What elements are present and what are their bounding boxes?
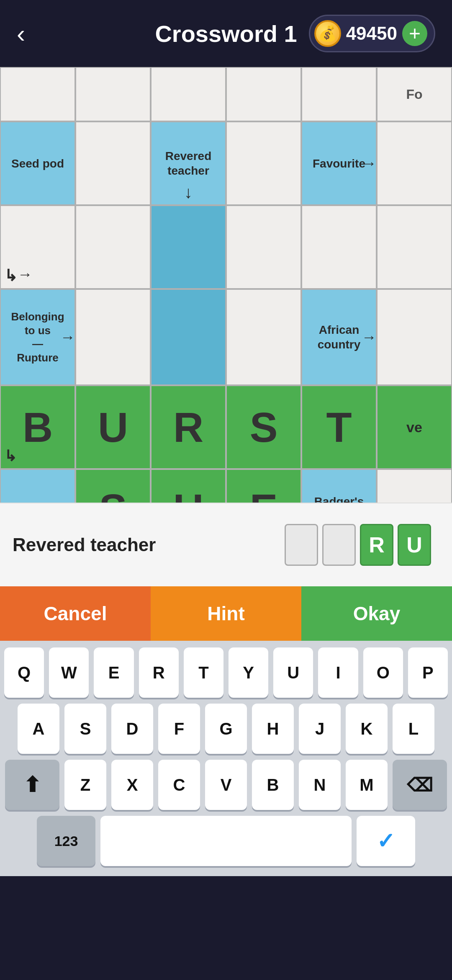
cell-5-5[interactable] (377, 469, 452, 503)
answer-box-4[interactable]: U (398, 524, 431, 566)
cell-0-2[interactable] (151, 67, 226, 121)
key-A[interactable]: A (18, 704, 59, 754)
cell-0-5[interactable]: Fo (377, 67, 452, 121)
key-R[interactable]: R (139, 647, 179, 698)
hint-button[interactable]: Hint (151, 586, 301, 641)
cell-1-3[interactable] (226, 121, 301, 205)
key-C[interactable]: C (158, 760, 200, 810)
letter-T: T (326, 403, 352, 451)
key-G[interactable]: G (205, 704, 247, 754)
cell-4-5[interactable]: ve (377, 385, 452, 469)
cell-2-2[interactable] (151, 205, 226, 289)
coin-badge: 💰 49450 + (309, 15, 435, 52)
grid-row-2: ↳ → (0, 205, 452, 289)
cell-1-2[interactable]: Reveredteacher ↓ (151, 121, 226, 205)
cell-3-0[interactable]: Belongingto us—Rupture → (0, 289, 75, 385)
key-M[interactable]: M (346, 760, 388, 810)
cell-5-4[interactable]: Badger'sburrow → (301, 469, 377, 503)
cell-0-1[interactable] (75, 67, 151, 121)
key-H[interactable]: H (252, 704, 294, 754)
grid-row-5: Prosecute → S U E Badger'sburrow → (0, 469, 452, 503)
cell-1-0[interactable]: Seed pod (0, 121, 75, 205)
corner-arrow-icon: ↳ (4, 447, 17, 465)
cancel-button[interactable]: Cancel (0, 586, 151, 641)
letter-R: R (173, 403, 203, 451)
answer-input-boxes: R U (285, 524, 431, 566)
cell-3-4[interactable]: Africancountry → (301, 289, 377, 385)
cell-0-3[interactable] (226, 67, 301, 121)
grid-row-4: B ↳ U R S T ve (0, 385, 452, 469)
key-X[interactable]: X (111, 760, 153, 810)
key-O[interactable]: O (363, 647, 403, 698)
answer-box-2[interactable] (322, 524, 356, 566)
cell-5-1[interactable]: S (75, 469, 151, 503)
key-Z[interactable]: Z (64, 760, 106, 810)
answer-box-1[interactable] (285, 524, 318, 566)
cell-2-0[interactable]: ↳ → (0, 205, 75, 289)
cell-5-3[interactable]: E (226, 469, 301, 503)
cell-4-1[interactable]: U (75, 385, 151, 469)
key-E[interactable]: E (94, 647, 134, 698)
clue-bar: Revered teacher R U (0, 503, 452, 586)
answer-box-3[interactable]: R (360, 524, 393, 566)
grid-row-1: Seed pod Reveredteacher ↓ Favourite → (0, 121, 452, 205)
right-cont-arrow: → (18, 266, 33, 283)
key-W[interactable]: W (49, 647, 89, 698)
letter-E: E (250, 485, 278, 503)
key-P[interactable]: P (408, 647, 448, 698)
key-V[interactable]: V (205, 760, 247, 810)
right-arrow-3-icon: → (362, 328, 377, 346)
cell-4-2[interactable]: R (151, 385, 226, 469)
key-B[interactable]: B (252, 760, 294, 810)
cell-2-4[interactable] (301, 205, 377, 289)
key-N[interactable]: N (299, 760, 341, 810)
space-key[interactable] (100, 816, 352, 866)
clue-prosecute: Prosecute (7, 499, 68, 503)
cell-4-0[interactable]: B ↳ (0, 385, 75, 469)
cell-0-4[interactable] (301, 67, 377, 121)
key-T[interactable]: T (184, 647, 223, 698)
clue-seed-pod: Seed pod (9, 154, 67, 173)
cell-3-1[interactable] (75, 289, 151, 385)
done-key[interactable]: ✓ (357, 816, 415, 866)
key-L[interactable]: L (393, 704, 434, 754)
cell-4-4[interactable]: T (301, 385, 377, 469)
backspace-key[interactable]: ⌫ (393, 760, 447, 810)
cell-2-3[interactable] (226, 205, 301, 289)
numbers-key[interactable]: 123 (37, 816, 95, 866)
keyboard-row-1: Q W E R T Y U I O P (4, 647, 448, 698)
cell-3-5[interactable] (377, 289, 452, 385)
add-coins-button[interactable]: + (402, 21, 427, 46)
cell-1-4[interactable]: Favourite → (301, 121, 377, 205)
cell-3-3[interactable] (226, 289, 301, 385)
cell-2-5[interactable] (377, 205, 452, 289)
keyboard-row-2: A S D F G H J K L (4, 704, 448, 754)
cell-5-0[interactable]: Prosecute → (0, 469, 75, 503)
clue-badger: Badger'sburrow (312, 492, 367, 503)
key-Y[interactable]: Y (229, 647, 268, 698)
clue-favourite: Favourite (310, 154, 368, 173)
okay-button[interactable]: Okay (301, 586, 452, 641)
key-D[interactable]: D (111, 704, 153, 754)
letter-S: S (250, 403, 278, 451)
back-button[interactable]: ‹ (17, 19, 25, 48)
cell-1-5[interactable] (377, 121, 452, 205)
cell-2-1[interactable] (75, 205, 151, 289)
key-Q[interactable]: Q (4, 647, 44, 698)
key-U[interactable]: U (273, 647, 313, 698)
key-S[interactable]: S (64, 704, 106, 754)
cell-1-1[interactable] (75, 121, 151, 205)
right-arrow-icon: → (362, 155, 377, 172)
cell-3-2[interactable] (151, 289, 226, 385)
key-F[interactable]: F (158, 704, 200, 754)
active-clue-text: Revered teacher (13, 534, 276, 555)
key-J[interactable]: J (299, 704, 341, 754)
cell-0-0[interactable] (0, 67, 75, 121)
key-K[interactable]: K (346, 704, 388, 754)
letter-U2: U (173, 485, 203, 503)
cell-5-2[interactable]: U (151, 469, 226, 503)
shift-key[interactable]: ⬆ (5, 760, 59, 810)
key-I[interactable]: I (318, 647, 358, 698)
cell-4-3[interactable]: S (226, 385, 301, 469)
letter-S2: S (99, 485, 127, 503)
